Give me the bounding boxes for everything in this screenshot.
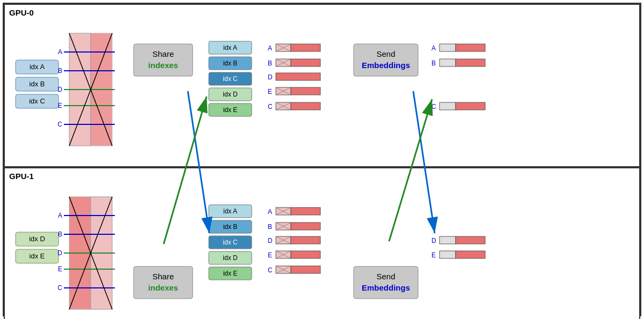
svg-text:A: A xyxy=(268,44,272,52)
svg-text:D: D xyxy=(268,237,273,244)
svg-text:idx D: idx D xyxy=(223,254,238,262)
svg-text:C: C xyxy=(431,103,436,110)
svg-text:idx B: idx B xyxy=(30,80,45,88)
svg-rect-59 xyxy=(440,44,456,51)
gpu0-diagram: idx A idx B idx C A B D E xyxy=(10,17,633,162)
gpu1-panel: GPU-1 idx D idx E A B D E C xyxy=(4,167,640,319)
svg-text:Share: Share xyxy=(152,272,174,281)
svg-text:A: A xyxy=(58,212,62,219)
svg-text:idx A: idx A xyxy=(223,207,237,215)
svg-text:Send: Send xyxy=(376,49,395,58)
svg-rect-128 xyxy=(456,236,485,244)
svg-text:idx B: idx B xyxy=(223,223,238,231)
svg-text:idx D: idx D xyxy=(29,235,45,243)
svg-text:D: D xyxy=(431,237,436,244)
svg-text:C: C xyxy=(57,121,62,128)
svg-text:B: B xyxy=(268,60,272,67)
svg-text:indexes: indexes xyxy=(148,61,178,70)
svg-text:D: D xyxy=(57,86,62,93)
svg-rect-127 xyxy=(440,236,456,244)
svg-rect-49 xyxy=(291,87,320,95)
svg-text:Send: Send xyxy=(376,272,395,281)
svg-text:idx C: idx C xyxy=(223,239,238,246)
svg-text:C: C xyxy=(268,103,273,110)
svg-rect-54 xyxy=(291,102,320,110)
svg-text:idx D: idx D xyxy=(223,91,238,98)
svg-text:E: E xyxy=(268,251,272,259)
svg-text:E: E xyxy=(431,251,436,259)
svg-text:idx E: idx E xyxy=(223,106,238,114)
svg-text:E: E xyxy=(58,265,62,273)
svg-text:Embeddings: Embeddings xyxy=(362,283,410,292)
svg-text:idx B: idx B xyxy=(223,60,238,67)
svg-rect-123 xyxy=(354,266,418,299)
svg-rect-62 xyxy=(440,59,456,66)
svg-rect-117 xyxy=(291,251,320,258)
svg-rect-20 xyxy=(134,44,193,76)
svg-rect-112 xyxy=(291,236,320,244)
svg-rect-65 xyxy=(440,102,456,110)
svg-text:B: B xyxy=(58,231,62,238)
svg-text:A: A xyxy=(268,208,272,216)
svg-text:B: B xyxy=(268,223,272,231)
svg-text:A: A xyxy=(58,48,62,56)
svg-rect-102 xyxy=(291,207,320,215)
gpu0-panel: GPU-0 idx A idx B idx C A B xyxy=(4,4,640,167)
svg-text:C: C xyxy=(57,284,62,292)
svg-text:B: B xyxy=(431,60,436,67)
gpu1-label: GPU-1 xyxy=(9,172,34,181)
svg-text:idx A: idx A xyxy=(30,63,45,71)
svg-text:idx A: idx A xyxy=(223,44,237,51)
svg-text:idx E: idx E xyxy=(223,270,238,277)
svg-text:A: A xyxy=(431,44,436,52)
svg-text:idx E: idx E xyxy=(30,252,45,260)
gpu0-label: GPU-0 xyxy=(9,8,34,17)
svg-rect-42 xyxy=(291,59,320,66)
svg-text:B: B xyxy=(58,67,62,75)
gpu1-diagram: idx D idx E A B D E C idx A id xyxy=(10,181,633,319)
svg-rect-130 xyxy=(440,251,456,258)
svg-rect-131 xyxy=(456,251,485,258)
svg-text:D: D xyxy=(268,73,273,81)
svg-rect-44 xyxy=(276,73,320,80)
svg-text:E: E xyxy=(58,102,62,109)
svg-rect-122 xyxy=(291,266,320,273)
svg-rect-37 xyxy=(291,44,320,51)
svg-text:idx C: idx C xyxy=(223,75,238,83)
svg-rect-60 xyxy=(456,44,485,51)
svg-text:D: D xyxy=(57,249,62,257)
svg-rect-107 xyxy=(291,222,320,230)
svg-rect-95 xyxy=(134,266,193,299)
main-container: GPU-0 idx A idx B idx C A B xyxy=(3,3,641,316)
svg-rect-66 xyxy=(456,102,485,110)
svg-text:indexes: indexes xyxy=(148,283,178,292)
svg-rect-55 xyxy=(354,44,418,76)
svg-text:Embeddings: Embeddings xyxy=(362,61,410,70)
svg-rect-63 xyxy=(456,59,485,66)
svg-text:idx C: idx C xyxy=(29,97,45,105)
svg-text:Share: Share xyxy=(152,49,174,58)
svg-text:E: E xyxy=(268,88,272,95)
svg-text:C: C xyxy=(268,266,273,274)
